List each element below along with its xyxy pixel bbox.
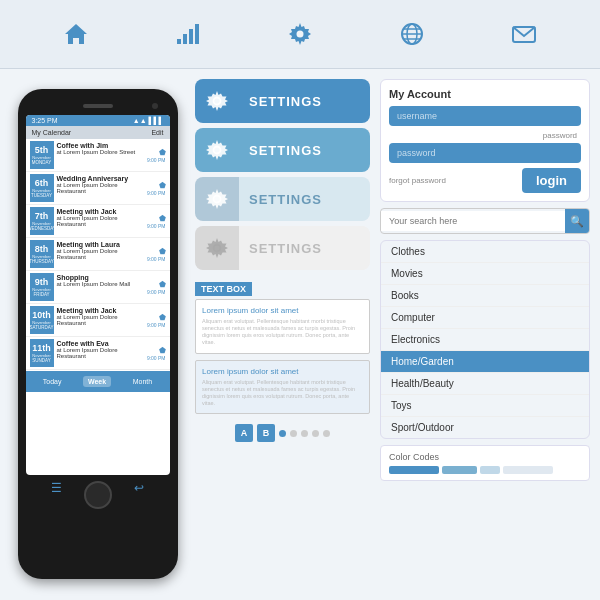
status-time: 3:25 PM xyxy=(32,117,58,124)
search-row: 🔍 xyxy=(380,208,590,234)
calendar-item[interactable]: 7th November WEDNESDAY Meeting with Jack… xyxy=(26,205,170,238)
color-bar-4 xyxy=(503,466,553,474)
home-button[interactable] xyxy=(84,481,112,509)
search-button[interactable]: 🔍 xyxy=(565,209,589,233)
phone-bottom-icons: ☰ ↩ xyxy=(26,481,170,509)
calendar-item[interactable]: 8th November THURSDAY Meeting with Laura… xyxy=(26,238,170,271)
svg-point-18 xyxy=(214,196,220,202)
cal-time: ⬟ 9:00 PM xyxy=(147,306,166,334)
svg-rect-2 xyxy=(183,34,187,44)
tab-today[interactable]: Today xyxy=(38,376,67,387)
calendar-title: My Calendar xyxy=(32,129,72,136)
settings-button-4[interactable]: SETTINGS xyxy=(195,226,370,270)
settings-label-3: SETTINGS xyxy=(239,177,370,221)
category-item-sportoutdoor[interactable]: Sport/Outdoor xyxy=(381,417,589,438)
search-input[interactable] xyxy=(381,211,565,231)
page-btn-a[interactable]: A xyxy=(235,424,253,442)
settings-button-1[interactable]: SETTINGS xyxy=(195,79,370,123)
right-column: My Account password forgot password logi… xyxy=(380,79,590,589)
cal-info: Meeting with Jack at Lorem Ipsum Dolore … xyxy=(54,207,147,235)
settings-icon-4 xyxy=(195,226,239,270)
cal-date: 10th November SATURDAY xyxy=(30,306,54,334)
cal-time: ⬟ 9:00 PM xyxy=(147,207,166,235)
category-item-computer[interactable]: Computer xyxy=(381,307,589,329)
password-input[interactable] xyxy=(389,143,581,163)
settings-icon-3 xyxy=(195,177,239,221)
home-icon[interactable] xyxy=(54,12,98,56)
cal-info: Wedding Anniversary at Lorem Ipsum Dolor… xyxy=(54,174,147,202)
svg-rect-1 xyxy=(177,39,181,44)
svg-point-14 xyxy=(214,98,220,104)
calendar-item[interactable]: 10th November SATURDAY Meeting with Jack… xyxy=(26,304,170,337)
login-button[interactable]: login xyxy=(522,168,581,193)
calendar-edit[interactable]: Edit xyxy=(151,129,163,136)
calendar-item[interactable]: 11th November SUNDAY Coffee with Eva at … xyxy=(26,337,170,370)
svg-point-20 xyxy=(214,245,220,251)
textbox2-body: Aliquam erat volutpat. Pellentesque habi… xyxy=(202,379,363,408)
category-item-toys[interactable]: Toys xyxy=(381,395,589,417)
phone-screen: 3:25 PM ▲▲ ▌▌▌ My Calendar Edit 5th Nove… xyxy=(26,115,170,475)
page-dot-3[interactable] xyxy=(301,430,308,437)
settings-icon-2 xyxy=(195,128,239,172)
page-dot-4[interactable] xyxy=(312,430,319,437)
phone-device: 3:25 PM ▲▲ ▌▌▌ My Calendar Edit 5th Nove… xyxy=(18,89,178,579)
category-item-books[interactable]: Books xyxy=(381,285,589,307)
color-codes-title: Color Codes xyxy=(389,452,581,462)
settings-button-2[interactable]: SETTINGS xyxy=(195,128,370,172)
category-item-movies[interactable]: Movies xyxy=(381,263,589,285)
forgot-login-row: forgot password login xyxy=(389,168,581,193)
cal-date: 9th November FRIDAY xyxy=(30,273,54,301)
svg-point-16 xyxy=(214,147,220,153)
category-list: ClothesMoviesBooksComputerElectronicsHom… xyxy=(380,240,590,439)
cal-date: 8th November THURSDAY xyxy=(30,240,54,268)
category-item-healthbeauty[interactable]: Health/Beauty xyxy=(381,373,589,395)
textbox-section: TEXT BOX Lorem ipsum dolor sit amet Aliq… xyxy=(195,278,370,414)
screen-header: My Calendar Edit xyxy=(26,126,170,139)
calendar-item[interactable]: 6th November TUESDAY Wedding Anniversary… xyxy=(26,172,170,205)
category-item-clothes[interactable]: Clothes xyxy=(381,241,589,263)
settings-button-3[interactable]: SETTINGS xyxy=(195,177,370,221)
main-content: 3:25 PM ▲▲ ▌▌▌ My Calendar Edit 5th Nove… xyxy=(0,69,600,599)
textbox-label: TEXT BOX xyxy=(195,282,252,296)
phone-camera xyxy=(152,103,158,109)
cal-date: 6th November TUESDAY xyxy=(30,174,54,202)
color-bar-row xyxy=(389,466,581,474)
cal-time: ⬟ 9:00 PM xyxy=(147,174,166,202)
calendar-item[interactable]: 9th November FRIDAY Shopping at Lorem Ip… xyxy=(26,271,170,304)
globe-icon[interactable] xyxy=(390,12,434,56)
cal-date: 11th November SUNDAY xyxy=(30,339,54,367)
cal-time: ⬟ 9:00 PM xyxy=(147,240,166,268)
page-dot-1[interactable] xyxy=(279,430,286,437)
status-icons: ▲▲ ▌▌▌ xyxy=(133,117,164,124)
textbox-body: Aliquam erat volutpat. Pellentesque habi… xyxy=(202,318,363,347)
cal-time: ⬟ 9:00 PM xyxy=(147,273,166,301)
settings-buttons: SETTINGS SETTINGS SETTINGS SETTINGS xyxy=(195,79,370,270)
cal-info: Meeting with Jack at Lorem Ipsum Dolore … xyxy=(54,306,147,334)
settings-gear-icon[interactable] xyxy=(278,12,322,56)
textbox-2[interactable]: Lorem ipsum dolor sit amet Aliquam erat … xyxy=(195,360,370,415)
page-dot-5[interactable] xyxy=(323,430,330,437)
tab-month[interactable]: Month xyxy=(128,376,157,387)
back-icon[interactable]: ↩ xyxy=(134,481,144,509)
signal-icon[interactable] xyxy=(166,12,210,56)
phone-speaker xyxy=(83,104,113,108)
calendar-item[interactable]: 5th November MONDAY Coffee with Jim at L… xyxy=(26,139,170,172)
category-item-electronics[interactable]: Electronics xyxy=(381,329,589,351)
category-item-homegarden[interactable]: Home/Garden xyxy=(381,351,589,373)
pagination: A B xyxy=(195,424,370,442)
mail-icon[interactable] xyxy=(502,12,546,56)
username-input[interactable] xyxy=(389,106,581,126)
cal-info: Shopping at Lorem Ipsum Dolore Mall xyxy=(54,273,147,301)
color-codes-section: Color Codes xyxy=(380,445,590,481)
forgot-password-link[interactable]: forgot password xyxy=(389,176,446,185)
settings-label-4: SETTINGS xyxy=(239,226,370,270)
settings-label-2: SETTINGS xyxy=(239,128,370,172)
hamburger-icon[interactable]: ☰ xyxy=(51,481,62,509)
cal-date: 5th November MONDAY xyxy=(30,141,54,169)
page-dot-2[interactable] xyxy=(290,430,297,437)
cal-info: Coffee with Eva at Lorem Ipsum Dolore Re… xyxy=(54,339,147,367)
tab-week[interactable]: Week xyxy=(83,376,111,387)
page-btn-b[interactable]: B xyxy=(257,424,275,442)
textbox-1[interactable]: Lorem ipsum dolor sit amet Aliquam erat … xyxy=(195,299,370,354)
phone-top-area xyxy=(26,97,170,115)
